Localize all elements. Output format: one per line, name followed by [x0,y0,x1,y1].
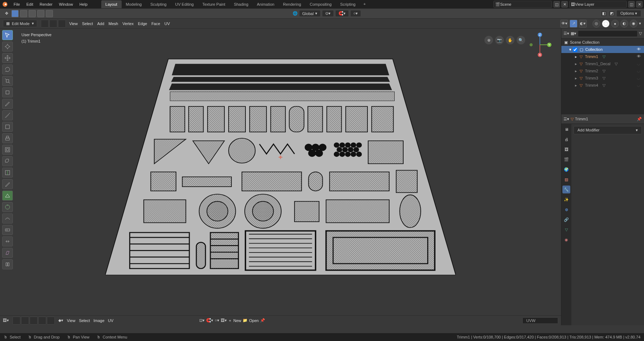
proportional-uv-icon[interactable]: ○▾ [215,318,219,323]
eye-closed-icon[interactable]: ◡ [637,68,642,73]
pan-icon[interactable]: ✋ [506,36,514,44]
collection-enable-checkbox[interactable] [573,47,577,52]
mode-dropdown[interactable]: ▦ Edit Mode ▾ [3,20,37,27]
tab-texture-paint[interactable]: Texture Paint [198,0,229,8]
ptab-data[interactable]: ▽ [562,226,570,234]
eye-closed-icon[interactable]: ◡ [637,76,642,81]
disclosure-icon[interactable]: ▸ [575,54,577,59]
tool-loop-cut[interactable] [2,168,13,178]
uv-editor-type-icon[interactable]: 🖼▾ [3,318,9,323]
ptab-constraints[interactable]: 🔗 [562,216,570,224]
edit-menu-edge[interactable]: Edge [138,21,147,26]
pin-icon[interactable]: 📌 [260,318,265,323]
tool-cursor[interactable] [2,42,13,52]
eye-closed-icon[interactable]: ◡ [637,83,642,88]
disclosure-icon[interactable]: ▸ [575,69,577,73]
scene-delete-button[interactable]: ✕ [561,1,568,8]
cursor-tool-icon[interactable]: ✥ [3,10,10,17]
shading-dropdown-icon[interactable]: ▾ [639,21,641,26]
menu-help[interactable]: Help [77,1,91,8]
eye-closed-icon[interactable]: ◡ [637,61,642,66]
select-mode-b[interactable] [29,10,36,17]
tool-select-box[interactable] [2,30,13,40]
scene-new-button[interactable]: ◫ [553,1,560,8]
zoom-icon[interactable]: ⊕ [484,36,493,44]
tree-item-trimm1-decal[interactable]: ▸ ▽ Trimm1_Decal ▽ ◡ [561,60,644,67]
outliner-tree[interactable]: ▣ Scene Collection ▾ ▢ Collection 👁 ▸ ▽ … [561,39,644,114]
ptab-output[interactable]: 🖨 [562,135,570,143]
outliner-search[interactable] [578,30,638,37]
tree-collection[interactable]: ▾ ▢ Collection 👁 [561,46,644,53]
tool-measure[interactable] [2,110,13,120]
add-modifier-dropdown[interactable]: Add Modifier ▾ [574,126,642,134]
uv-display-b[interactable] [21,317,29,325]
tab-compositing[interactable]: Compositing [306,0,336,8]
tab-uv-editing[interactable]: UV Editing [171,0,198,8]
uv-display-d[interactable] [38,317,46,325]
tab-add-workspace[interactable]: + [360,0,369,8]
ptab-render[interactable]: 🖥 [562,125,570,133]
tool-transform[interactable] [2,87,13,97]
tree-item-trimm1[interactable]: ▸ ▽ Trimm1 ▽ 👁 [561,53,644,60]
uv-display-c[interactable] [30,317,38,325]
tool-inset[interactable] [2,145,13,155]
tab-rendering[interactable]: Rendering [279,0,306,8]
orientation-dropdown[interactable]: Global▾ [299,10,321,17]
image-browse-icon[interactable]: 🖼▾ [221,318,227,323]
gizmo-toggle[interactable]: ◧ [601,10,607,17]
gizmo-group-toggle[interactable]: ↗ [570,20,577,28]
overlay-toggle[interactable]: ◩ [609,10,615,17]
image-new-button[interactable]: New [233,318,241,323]
overlay-group-toggle[interactable]: ◐▾ [579,20,587,28]
navigation-gizmo[interactable]: Z Y X [527,32,552,57]
tab-sculpting[interactable]: Sculpting [146,0,171,8]
zoom-tool-icon[interactable]: 🔍 [517,36,525,44]
tool-poly-build[interactable] [2,191,13,201]
tree-item-trimm2[interactable]: ▸ ▽ Trimm2 ▽ ◡ [561,67,644,75]
edit-menu-vertex[interactable]: Vertex [122,21,133,26]
edit-menu-mesh[interactable]: Mesh [108,21,118,26]
tool-rip[interactable] [2,259,13,269]
tab-modeling[interactable]: Modeling [122,0,146,8]
pivot-dropdown[interactable]: ⊙▾ [322,10,334,17]
ptab-scene[interactable]: 🎬 [562,155,570,163]
snap-dropdown[interactable]: 🧲▾ [335,10,349,17]
outliner-editor-icon[interactable]: ☰▾ [564,31,569,36]
scene-selector[interactable]: 🎬 [493,1,552,8]
pivot-icon[interactable]: ⊡▾ [199,318,205,323]
tree-root[interactable]: ▣ Scene Collection [561,39,644,46]
app-logo[interactable] [1,1,9,8]
shading-rendered[interactable]: ◉ [630,20,638,28]
tab-scripting[interactable]: Scripting [336,0,360,8]
edit-menu-add[interactable]: Add [97,21,104,26]
ptab-material[interactable]: ◉ [562,236,570,244]
tool-spin[interactable] [2,202,13,212]
xray-toggle[interactable]: ◎ [592,20,600,28]
tool-annotate[interactable] [2,99,13,109]
shading-solid[interactable]: ● [611,20,619,28]
shading-wireframe[interactable]: ◯ [602,20,610,28]
viewlayer-new-button[interactable]: ◫ [628,1,635,8]
disclosure-icon[interactable]: ▾ [569,47,571,52]
uv-sticky-icon[interactable]: ◆▾ [58,318,63,323]
3d-viewport[interactable]: User Perspective (1) Trimm1 ⊕ 📷 ✋ 🔍 Z Y … [0,29,561,315]
select-tool-active[interactable] [11,10,19,17]
tab-layout[interactable]: Layout [101,0,122,8]
ptab-world[interactable]: 🌍 [562,165,570,173]
image-open-button[interactable]: Open [249,318,259,323]
edit-menu-select[interactable]: Select [82,21,93,26]
visibility-toggle[interactable]: 👁▾ [560,20,568,28]
edit-menu-uv[interactable]: UV [165,21,170,26]
tool-options-button[interactable]: Options ▾ [616,10,641,17]
edit-menu-face[interactable]: Face [151,21,160,26]
uv-menu-select[interactable]: Select [79,318,90,323]
uv-display-e[interactable] [47,317,55,325]
viewlayer-delete-button[interactable]: ✕ [636,1,643,8]
tool-move[interactable] [2,53,13,63]
uvmap-field[interactable] [522,317,558,324]
tool-smooth[interactable] [2,213,13,224]
select-mode-c[interactable] [37,10,44,17]
menu-file[interactable]: File [11,1,23,8]
disclosure-icon[interactable]: ▸ [575,62,577,66]
select-mode-d[interactable] [46,10,53,17]
